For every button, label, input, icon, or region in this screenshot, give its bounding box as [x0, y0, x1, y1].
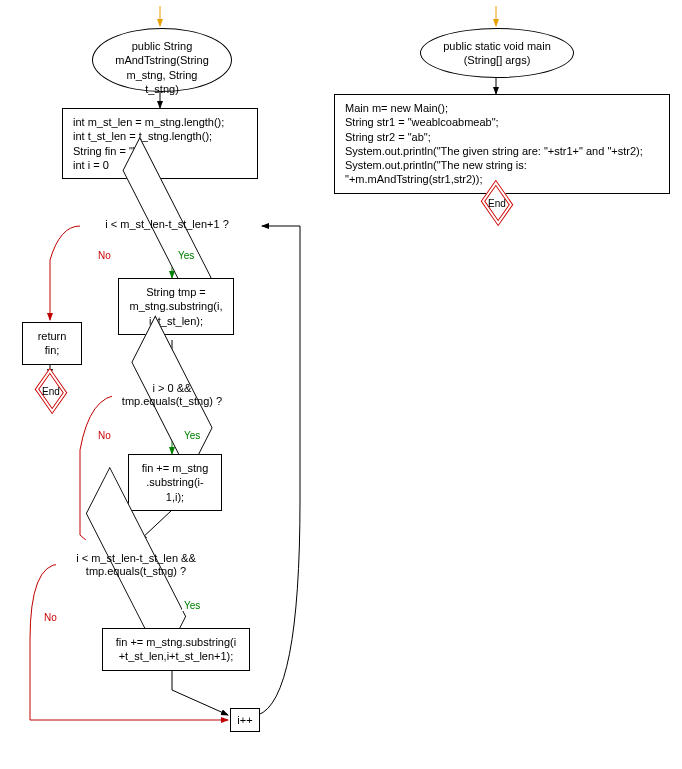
end-text-left: End	[42, 386, 60, 397]
cond2-yes-label: Yes	[182, 430, 202, 441]
main-body-node: Main m= new Main(); String str1 = "weabl…	[334, 94, 670, 194]
end-node-right: End	[482, 190, 512, 216]
cond1-text: i < m_st_len-t_st_len+1 ?	[92, 206, 242, 243]
init-block-node: int m_st_len = m_stng.length(); int t_st…	[62, 108, 258, 179]
increment-text: i++	[237, 714, 252, 726]
main-body-text: Main m= new Main(); String str1 = "weabl…	[345, 101, 659, 187]
method-signature-text: public String mAndTstring(String m_stng,…	[115, 40, 209, 95]
cond3-text: i < m_st_len-t_st_len && tmp.equals(t_st…	[56, 540, 216, 590]
append2-node: fin += m_stng.substring(i +t_st_len,i+t_…	[102, 628, 250, 671]
init-block-text: int m_st_len = m_stng.length(); int t_st…	[73, 115, 247, 172]
tmp-block-text: String tmp = m_stng.substring(i, i+t_st_…	[130, 286, 223, 327]
end-text-right: End	[488, 198, 506, 209]
tmp-block-node: String tmp = m_stng.substring(i, i+t_st_…	[118, 278, 234, 335]
increment-node: i++	[230, 708, 260, 732]
end-node-left: End	[36, 378, 66, 404]
return-node: return fin;	[22, 322, 82, 365]
cond1-yes-label: Yes	[176, 250, 196, 261]
return-text: return fin;	[38, 330, 67, 356]
cond1-node: i < m_st_len-t_st_len+1 ?	[92, 206, 242, 242]
cond2-no-label: No	[96, 430, 113, 441]
append1-text: fin += m_stng .substring(i-1,i);	[142, 462, 209, 503]
main-signature-node: public static void main (String[] args)	[420, 28, 574, 78]
cond3-no-label: No	[42, 612, 59, 623]
append2-text: fin += m_stng.substring(i +t_st_len,i+t_…	[116, 636, 236, 662]
cond3-node: i < m_st_len-t_st_len && tmp.equals(t_st…	[56, 540, 216, 590]
cond1-no-label: No	[96, 250, 113, 261]
method-signature-node: public String mAndTstring(String m_stng,…	[92, 28, 232, 92]
append1-node: fin += m_stng .substring(i-1,i);	[128, 454, 222, 511]
cond2-node: i > 0 && tmp.equals(t_stng) ?	[112, 370, 232, 420]
cond3-yes-label: Yes	[182, 600, 202, 611]
cond2-text: i > 0 && tmp.equals(t_stng) ?	[112, 370, 232, 420]
main-signature-text: public static void main (String[] args)	[443, 40, 551, 66]
